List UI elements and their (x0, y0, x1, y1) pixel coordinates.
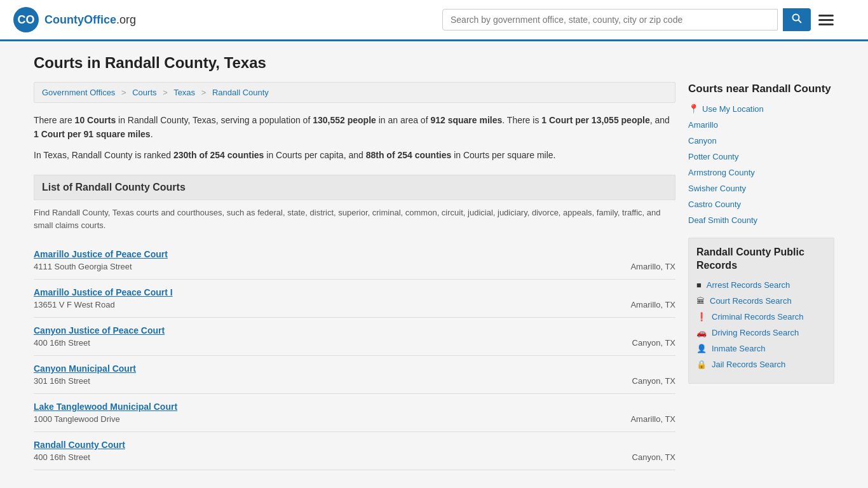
court-records-link[interactable]: 🏛 Court Records Search (696, 296, 826, 306)
logo-icon: CO (13, 6, 39, 33)
court-name-link[interactable]: Canyon Justice of Peace Court (34, 325, 165, 336)
car-icon: 🚗 (696, 328, 707, 337)
breadcrumb-link-gov[interactable]: Government Offices (42, 88, 115, 97)
breadcrumb-link-randall[interactable]: Randall County (212, 88, 269, 97)
logo-area: CO CountyOffice.org (13, 6, 136, 33)
court-address: 400 16th Street (34, 338, 90, 348)
court-item: Amarillo Justice of Peace Court 4111 Sou… (34, 241, 675, 280)
svg-point-2 (793, 15, 799, 21)
menu-button[interactable] (816, 12, 836, 28)
court-name-link[interactable]: Amarillo Justice of Peace Court (34, 249, 168, 259)
courts-near-title: Courts near Randall County (688, 82, 834, 96)
rank-sq: 88th of 254 counties (366, 150, 452, 160)
court-address: 1000 Tanglewood Drive (34, 414, 120, 424)
list-header-text: List of Randall County Courts (42, 182, 186, 193)
site-header: CO CountyOffice.org (0, 0, 868, 41)
nearby-deafsmith-link[interactable]: Deaf Smith County (688, 215, 834, 225)
court-name-link[interactable]: Lake Tanglewood Municipal Court (34, 402, 177, 412)
courts-list: Amarillo Justice of Peace Court 4111 Sou… (34, 241, 675, 470)
court-city: Amarillo, TX (599, 262, 675, 271)
court-city: Canyon, TX (599, 452, 675, 462)
breadcrumb-sep: > (163, 88, 168, 97)
breadcrumb: Government Offices > Courts > Texas > Ra… (34, 82, 675, 103)
nearby-swisher-link[interactable]: Swisher County (688, 184, 834, 193)
court-address: 13651 V F West Road (34, 300, 115, 309)
court-address: 400 16th Street (34, 452, 90, 462)
sidebar: Courts near Randall County 📍 Use My Loca… (688, 82, 834, 470)
search-button[interactable] (783, 8, 811, 31)
main-content: Government Offices > Courts > Texas > Ra… (34, 82, 675, 470)
driving-records-link[interactable]: 🚗 Driving Records Search (696, 328, 826, 337)
search-input[interactable] (442, 9, 778, 30)
courts-near-section: Courts near Randall County 📍 Use My Loca… (688, 82, 834, 225)
menu-line (818, 15, 834, 17)
nearby-canyon-link[interactable]: Canyon (688, 136, 834, 146)
court-records-label: Court Records Search (710, 296, 792, 306)
nearby-castro-link[interactable]: Castro County (688, 200, 834, 209)
breadcrumb-link-texas[interactable]: Texas (173, 88, 195, 97)
svg-text:CO: CO (18, 13, 35, 26)
area: 912 square miles (430, 115, 502, 125)
inmate-search-label: Inmate Search (712, 344, 766, 353)
search-area (442, 8, 836, 31)
breadcrumb-link-courts[interactable]: Courts (132, 88, 156, 97)
jail-records-label: Jail Records Search (712, 360, 785, 369)
location-pin-icon: 📍 (688, 104, 699, 114)
nearby-amarillo-link[interactable]: Amarillo (688, 120, 834, 130)
per-capita: 1 Court per 13,055 people (541, 115, 649, 125)
menu-line (818, 19, 834, 21)
search-icon (792, 13, 802, 24)
court-item: Canyon Municipal Court 301 16th Street C… (34, 356, 675, 394)
main-container: Courts in Randall County, Texas Governme… (21, 41, 847, 483)
court-name-link[interactable]: Amarillo Justice of Peace Court I (34, 287, 173, 297)
driving-records-label: Driving Records Search (712, 328, 799, 337)
page-title: Courts in Randall County, Texas (34, 54, 834, 72)
court-row: 400 16th Street Canyon, TX (34, 452, 675, 462)
court-row: 400 16th Street Canyon, TX (34, 338, 675, 348)
jail-records-link[interactable]: 🔒 Jail Records Search (696, 360, 826, 369)
menu-line (818, 24, 834, 25)
arrest-records-label: Arrest Records Search (707, 280, 790, 290)
court-icon: 🏛 (696, 296, 705, 306)
rank-capita: 230th of 254 counties (173, 150, 264, 160)
use-location-label: Use My Location (702, 104, 764, 114)
court-city: Canyon, TX (599, 376, 675, 386)
court-item: Canyon Justice of Peace Court 400 16th S… (34, 318, 675, 356)
criminal-records-link[interactable]: ❗ Criminal Records Search (696, 312, 826, 322)
public-records-section: Randall County Public Records ■ Arrest R… (688, 238, 834, 384)
list-description: Find Randall County, Texas courts and co… (34, 207, 675, 231)
court-city: Canyon, TX (599, 338, 675, 348)
court-item: Amarillo Justice of Peace Court I 13651 … (34, 280, 675, 318)
use-my-location-link[interactable]: 📍 Use My Location (688, 104, 834, 114)
court-item: Randall County Court 400 16th Street Can… (34, 432, 675, 470)
nearby-armstrong-link[interactable]: Armstrong County (688, 168, 834, 177)
court-row: 13651 V F West Road Amarillo, TX (34, 300, 675, 309)
intro-paragraph-1: There are 10 Courts in Randall County, T… (34, 113, 675, 142)
population: 130,552 people (313, 115, 376, 125)
public-records-title: Randall County Public Records (696, 246, 826, 273)
content-layout: Government Offices > Courts > Texas > Ra… (34, 82, 834, 470)
breadcrumb-sep: > (121, 88, 126, 97)
logo-text: CountyOffice.org (44, 13, 136, 27)
person-icon: 👤 (696, 344, 707, 353)
per-sq-mile: 1 Court per 91 square miles (34, 129, 151, 139)
court-row: 1000 Tanglewood Drive Amarillo, TX (34, 414, 675, 424)
criminal-icon: ❗ (696, 312, 707, 322)
lock-icon: 🔒 (696, 360, 707, 369)
arrest-icon: ■ (696, 280, 702, 290)
intro-paragraph-2: In Texas, Randall County is ranked 230th… (34, 148, 675, 162)
court-count: 10 Courts (75, 115, 116, 125)
court-name-link[interactable]: Randall County Court (34, 440, 125, 450)
list-header: List of Randall County Courts (34, 175, 675, 200)
court-item: Lake Tanglewood Municipal Court 1000 Tan… (34, 394, 675, 432)
court-row: 4111 South Georgia Street Amarillo, TX (34, 262, 675, 271)
nearby-potter-link[interactable]: Potter County (688, 152, 834, 161)
court-address: 301 16th Street (34, 376, 90, 386)
court-name-link[interactable]: Canyon Municipal Court (34, 363, 136, 374)
criminal-records-label: Criminal Records Search (712, 312, 804, 322)
svg-line-3 (799, 20, 802, 24)
court-row: 301 16th Street Canyon, TX (34, 376, 675, 386)
inmate-search-link[interactable]: 👤 Inmate Search (696, 344, 826, 353)
court-city: Amarillo, TX (599, 414, 675, 424)
arrest-records-link[interactable]: ■ Arrest Records Search (696, 280, 826, 290)
